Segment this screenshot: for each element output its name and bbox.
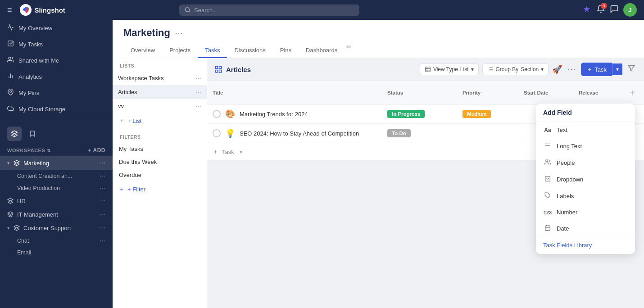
page-title: Marketing [123, 27, 170, 39]
add-workspace-button[interactable]: + Add [88, 147, 105, 154]
sort-icon[interactable]: ⇅ [47, 148, 51, 153]
task-check-1[interactable] [213, 110, 221, 118]
lists-section-title: LISTS [113, 58, 207, 71]
sub-item-email[interactable]: Email [0, 247, 113, 258]
filter-item-my-tasks[interactable]: My Tasks [113, 142, 207, 155]
task-check-2[interactable] [213, 129, 221, 137]
priority-badge-1[interactable]: Medium [463, 110, 491, 118]
tab-projects-label: Projects [169, 47, 190, 54]
sub-item-content-creation[interactable]: Content Creation an... ⋯ [0, 170, 113, 182]
edit-tabs-icon[interactable]: ✏ [346, 43, 352, 58]
list-more-articles[interactable]: ⋯ [195, 89, 201, 95]
list-item-workspace-tasks[interactable]: Workspace Tasks ⋯ [113, 71, 207, 85]
filter-item-overdue[interactable]: Overdue [113, 168, 207, 181]
svg-marker-12 [14, 225, 19, 228]
date-field-label: Date [557, 225, 569, 232]
workspace-more-it[interactable]: ⋯ [99, 211, 105, 218]
group-by-button[interactable]: Group By Section ▾ [482, 63, 549, 75]
messages-icon[interactable] [610, 5, 619, 16]
add-filter-plus: ＋ [119, 185, 125, 193]
sidebar-item-my-pins[interactable]: My Pins [0, 85, 113, 101]
sub-item-video-production[interactable]: Video Production ⋯ [0, 182, 113, 194]
add-field-text[interactable]: Aa Text [536, 122, 635, 138]
workspace-more-cs[interactable]: ⋯ [99, 224, 105, 231]
add-field-number[interactable]: 123 Number [536, 204, 635, 220]
page-more-button[interactable]: ⋯ [175, 28, 183, 38]
list-more-vv[interactable]: ⋯ [195, 103, 201, 109]
tab-overview[interactable]: Overview [123, 43, 162, 58]
svg-rect-34 [545, 226, 550, 231]
notification-badge: 3 [601, 3, 607, 9]
sidebar-item-my-overview[interactable]: My Overview [0, 20, 113, 36]
workspace-more-marketing[interactable]: ⋯ [99, 159, 105, 167]
page-tabs: Overview Projects Tasks Discussions Pins… [123, 43, 633, 58]
add-task-inline-label: Task [222, 149, 234, 155]
filter-icon[interactable] [626, 63, 637, 76]
add-task-main[interactable]: ＋ Task [581, 63, 612, 76]
add-field-people[interactable]: People [536, 154, 635, 171]
filter-item-due-this-week[interactable]: Due this Week [113, 155, 207, 168]
status-badge-2[interactable]: To Do [387, 129, 411, 137]
list-more-workspace[interactable]: ⋯ [195, 75, 201, 82]
tab-dashboards[interactable]: Dashboards [299, 43, 345, 58]
workspace-item-it-management[interactable]: IT Management ⋯ [0, 208, 113, 221]
svg-point-1 [186, 8, 190, 12]
add-task-chevron-icon[interactable]: ▾ [240, 149, 243, 155]
sidebar-item-analytics[interactable]: Analytics [0, 68, 113, 85]
page-header: Marketing ⋯ Overview Projects Tasks Disc… [113, 20, 644, 58]
notifications-icon[interactable]: 3 [596, 5, 605, 16]
workspace-more-hr[interactable]: ⋯ [99, 197, 105, 204]
pins-icon [7, 89, 14, 97]
rocket-icon[interactable]: 🚀 [552, 64, 562, 74]
ai-assist-icon[interactable] [582, 5, 592, 15]
sidebar-item-cloud-storage[interactable]: My Cloud Storage [0, 101, 113, 117]
sidebar-item-my-tasks[interactable]: My Tasks [0, 36, 113, 52]
add-field-long-text[interactable]: Long Text [536, 138, 635, 154]
task-title-text-2[interactable]: SEO 2024: How to Stay Ahead of Competiti… [240, 130, 359, 137]
workspace-item-customer-support[interactable]: ▾ Customer Support ⋯ [0, 221, 113, 235]
add-field-dropdown[interactable]: Dropdown [536, 171, 635, 188]
sub-more-video[interactable]: ⋯ [100, 185, 105, 191]
add-field-date[interactable]: Date [536, 220, 635, 237]
sidebar-divider [0, 120, 113, 120]
search-bar[interactable] [179, 5, 359, 16]
sidebar-tab-bookmark[interactable] [25, 127, 40, 141]
add-list-label: + List [127, 118, 141, 124]
svg-point-7 [10, 91, 12, 92]
sub-item-chat[interactable]: Chat ⋯ [0, 235, 113, 247]
task-title-text-1[interactable]: Marketing Trends for 2024 [240, 111, 308, 118]
sidebar-tab-layers[interactable] [7, 127, 22, 141]
topnav-right: 3 J [582, 3, 637, 17]
list-item-articles[interactable]: Articles ⋯ [113, 85, 207, 99]
add-field-labels[interactable]: Labels [536, 188, 635, 204]
tab-pins[interactable]: Pins [273, 43, 299, 58]
workspace-item-marketing[interactable]: ▾ Marketing ⋯ [0, 156, 113, 170]
add-task-arrow[interactable]: ▾ [612, 63, 622, 75]
dropdown-field-label: Dropdown [557, 176, 583, 183]
tab-projects[interactable]: Projects [162, 43, 198, 58]
tab-discussions[interactable]: Discussions [227, 43, 272, 58]
add-column-button[interactable]: ＋ [626, 85, 639, 100]
logo-icon [19, 4, 32, 16]
group-by-value: Section [521, 66, 539, 72]
sub-more-chat[interactable]: ⋯ [100, 237, 105, 244]
task-fields-library-link[interactable]: Task Fields Library [536, 237, 635, 254]
search-input[interactable] [194, 7, 354, 14]
add-task-split-button[interactable]: ＋ Task ▾ [581, 63, 622, 76]
sidebar-item-shared-with-me[interactable]: Shared with Me [0, 52, 113, 68]
workspace-item-hr[interactable]: HR ⋯ [0, 194, 113, 208]
add-list-button[interactable]: ＋ + List [113, 113, 207, 128]
add-task-plus-icon: ＋ [213, 148, 218, 156]
workspace-label-marketing: Marketing [23, 160, 49, 167]
tab-tasks[interactable]: Tasks [198, 43, 227, 58]
toolbar-more-icon[interactable]: ⋯ [566, 63, 577, 75]
sub-more-content[interactable]: ⋯ [100, 172, 105, 179]
add-filter-button[interactable]: ＋ + Filter [113, 181, 207, 197]
list-item-vv[interactable]: vv ⋯ [113, 99, 207, 113]
status-badge-1[interactable]: In Progress [387, 110, 425, 118]
avatar[interactable]: J [623, 3, 637, 17]
view-type-button[interactable]: View Type List ▾ [420, 63, 479, 75]
hamburger-icon[interactable]: ≡ [7, 5, 12, 15]
add-column-header[interactable]: ＋ [621, 81, 644, 104]
overview-icon [7, 24, 14, 32]
